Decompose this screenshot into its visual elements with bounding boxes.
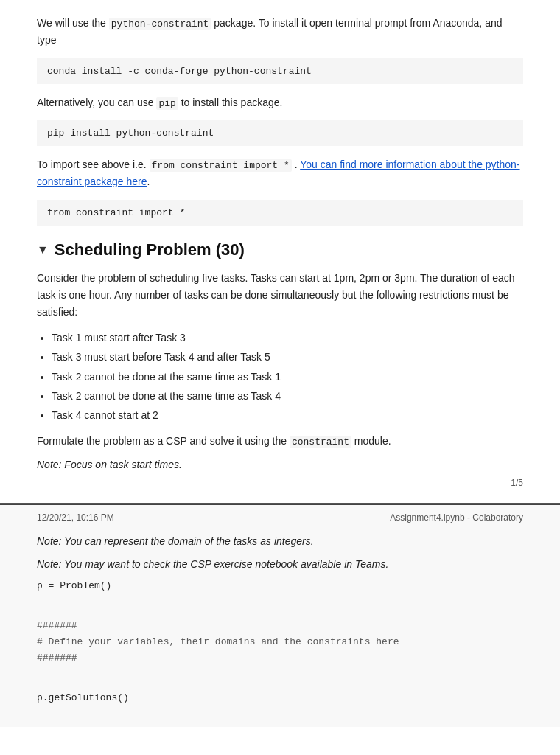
list-item: Task 4 cannot start at 2 <box>52 407 523 423</box>
import-intro: To import see above i.e. <box>37 159 150 170</box>
list-item: Task 2 cannot be done at the same time a… <box>52 388 523 404</box>
alt-text: Alternatively, you can use <box>37 97 156 108</box>
import-code-block: from constraint import * <box>37 200 523 226</box>
comment-line-1: ####### <box>37 618 523 634</box>
timestamp: 12/20/21, 10:16 PM <box>37 512 114 523</box>
list-item: Task 3 must start before Task 4 and afte… <box>52 349 523 365</box>
bottom-section: 12/20/21, 10:16 PM Assignment4.ipynb - C… <box>0 504 560 727</box>
period: . <box>147 175 150 187</box>
code-get-solutions: p.getSolutions() <box>37 690 523 706</box>
code-line-2: p.getSolutions() <box>37 692 129 703</box>
list-item: Task 2 cannot be done at the same time a… <box>52 369 523 385</box>
scheduling-body: Consider the problem of scheduling five … <box>37 270 523 321</box>
page-number: 1/5 <box>37 478 523 488</box>
constraints-list: Task 1 must start after Task 3 Task 3 mu… <box>52 330 523 424</box>
section-title: Scheduling Problem (30) <box>55 240 245 260</box>
pip-command-text: pip install python-constraint <box>47 128 214 139</box>
import-code-text: from constraint import * <box>47 207 185 218</box>
constraint-inline: constraint <box>290 436 351 448</box>
code-comments: ####### # Define your variables, their d… <box>37 618 523 667</box>
formulate-text-2: module. <box>351 435 391 447</box>
intro-paragraph: We will use the python-constraint packag… <box>37 15 523 49</box>
pip-command-block: pip install python-constraint <box>37 120 523 146</box>
formulate-text: Formulate the problem as a CSP and solve… <box>37 435 290 447</box>
top-section: We will use the python-constraint packag… <box>0 0 560 504</box>
list-item: Task 1 must start after Task 3 <box>52 330 523 346</box>
conda-command-block: conda install -c conda-forge python-cons… <box>37 58 523 84</box>
notebook-name: Assignment4.ipynb - Colaboratory <box>390 512 523 523</box>
intro-text: We will use the <box>37 17 109 29</box>
comment-line-2: # Define your variables, their domains a… <box>37 634 523 650</box>
alt-text-2: to install this package. <box>178 97 283 108</box>
focus-note: Note: Focus on task start times. <box>37 459 523 470</box>
from-constraint-inline: from constraint import * <box>150 159 292 172</box>
collapse-arrow-icon[interactable]: ▼ <box>37 243 49 257</box>
pip-inline: pip <box>156 97 178 110</box>
import-dot: . <box>292 159 300 170</box>
package-name-inline: python-constraint <box>109 18 211 30</box>
import-paragraph: To import see above i.e. from constraint… <box>37 156 523 191</box>
conda-command-text: conda install -c conda-forge python-cons… <box>47 66 312 77</box>
code-line-1: p = Problem() <box>37 580 111 591</box>
bottom-note-1: Note: You can represent the domain of th… <box>37 533 523 549</box>
code-p-problem: p = Problem() <box>37 578 523 594</box>
alt-paragraph: Alternatively, you can use pip to instal… <box>37 94 523 111</box>
comment-line-3: ####### <box>37 650 523 667</box>
scheduling-header: ▼ Scheduling Problem (30) <box>37 240 523 260</box>
bottom-note-2: Note: You may want to check the CSP exer… <box>37 556 523 572</box>
status-bar: 12/20/21, 10:16 PM Assignment4.ipynb - C… <box>37 512 523 527</box>
formulate-paragraph: Formulate the problem as a CSP and solve… <box>37 433 523 450</box>
